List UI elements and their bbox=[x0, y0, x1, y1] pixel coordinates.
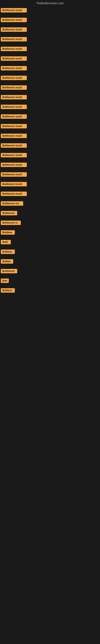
bottleneck-row: Bottl bbox=[1, 238, 100, 246]
site-title: TheBottlenecker.com bbox=[0, 0, 100, 6]
bottleneck-badge[interactable]: Bottleneck res bbox=[1, 201, 23, 206]
bottleneck-badge[interactable]: Bottleneck result bbox=[1, 162, 27, 167]
bottleneck-row: Bottleneck result bbox=[1, 151, 100, 159]
bottleneck-badge[interactable]: Bottleneck result bbox=[1, 143, 27, 148]
bottleneck-badge[interactable]: Bottleneck result bbox=[1, 47, 27, 51]
bottleneck-row: Bottleneck result bbox=[1, 122, 100, 130]
bottleneck-row: Bottleneck result bbox=[1, 6, 100, 14]
small-label: ... bbox=[1, 558, 2, 560]
bottleneck-badge[interactable]: Bottlene bbox=[1, 250, 15, 254]
site-header: TheBottlenecker.com bbox=[0, 0, 100, 6]
bottleneck-row: Bottleneck result bbox=[1, 94, 100, 101]
bottleneck-row: Bottlene bbox=[1, 248, 100, 256]
bottleneck-badge[interactable]: Bottleneck result bbox=[1, 182, 27, 186]
bottleneck-row: Bottlen bbox=[1, 258, 100, 265]
bottleneck-badge[interactable]: Bottleneck result bbox=[1, 114, 27, 119]
bottleneck-badge[interactable]: Bottleneck result bbox=[1, 18, 27, 22]
bottleneck-badge[interactable]: Bottleneck result bbox=[1, 76, 27, 80]
bottleneck-row: Bottleneck re bbox=[1, 219, 100, 226]
bottleneck-row: Bottleneck result bbox=[1, 190, 100, 198]
bottleneck-row: Bottleneck result bbox=[1, 36, 100, 43]
bottleneck-row: Bottleneck result bbox=[1, 16, 100, 24]
bottleneck-badge[interactable]: Bottleneck result bbox=[1, 37, 27, 42]
bottleneck-badge[interactable]: Bottleneck result bbox=[1, 8, 27, 12]
bottleneck-row: Bottleneck result bbox=[1, 161, 100, 169]
bottleneck-badge[interactable]: Bottleneck result bbox=[1, 153, 27, 158]
bottleneck-badge[interactable]: Bottleneck result bbox=[1, 124, 27, 128]
bottleneck-badge[interactable]: Bottleneck result bbox=[1, 172, 27, 177]
bottleneck-row: Bottleneck result bbox=[1, 142, 100, 149]
bottleneck-row: Bottleneck result bbox=[1, 64, 100, 72]
bottleneck-badge[interactable]: Bott bbox=[1, 278, 9, 283]
bottleneck-row: Bott bbox=[1, 277, 100, 284]
bottleneck-badge[interactable]: Bottleneck re bbox=[1, 220, 21, 225]
bottleneck-badge[interactable]: Bottl bbox=[1, 240, 11, 244]
bottleneck-badge[interactable]: Bottleneck result bbox=[1, 85, 27, 90]
bottleneck-badge[interactable]: Bottleneck result bbox=[1, 27, 27, 32]
bottleneck-badge[interactable]: Bottleneck result bbox=[1, 95, 27, 100]
bottleneck-row: Bottleneck result bbox=[1, 55, 100, 62]
items-container: Bottleneck resultBottleneck resultBottle… bbox=[0, 6, 100, 294]
bottleneck-row: Bottleneck result bbox=[1, 26, 100, 34]
bottleneck-badge[interactable]: Bottlen bbox=[1, 259, 13, 264]
bottleneck-badge[interactable]: Bottlene bbox=[1, 288, 15, 292]
bottleneck-row: Bottleneck result bbox=[1, 103, 100, 111]
bottleneck-row: Bottlene bbox=[1, 228, 100, 236]
bottleneck-badge[interactable]: Bottleneck result bbox=[1, 66, 27, 70]
bottleneck-badge[interactable]: Bottlene bbox=[1, 230, 15, 235]
bottleneck-badge[interactable]: Bottleneck bbox=[1, 269, 17, 273]
bottleneck-badge[interactable]: Bottleneck result bbox=[1, 105, 27, 109]
bottleneck-badge[interactable]: Bottleneck result bbox=[1, 56, 27, 61]
bottleneck-row: Bottleneck result bbox=[1, 132, 100, 140]
bottleneck-row: Bottleneck result bbox=[1, 113, 100, 120]
bottleneck-row: Bottlene bbox=[1, 286, 100, 294]
bottleneck-row: Bottleneck res bbox=[1, 200, 100, 207]
bottleneck-row: Bottleneck bbox=[1, 209, 100, 217]
bottleneck-badge[interactable]: Bottleneck result bbox=[1, 134, 27, 138]
bottleneck-row: Bottleneck result bbox=[1, 74, 100, 82]
bottleneck-row: Bottleneck result bbox=[1, 180, 100, 188]
bottleneck-badge[interactable]: Bottleneck result bbox=[1, 192, 27, 196]
bottleneck-row: Bottleneck result bbox=[1, 45, 100, 53]
bottleneck-row: Bottleneck result bbox=[1, 84, 100, 91]
bottleneck-row: Bottleneck result bbox=[1, 171, 100, 178]
bottleneck-row: Bottleneck bbox=[1, 267, 100, 275]
bottleneck-badge[interactable]: Bottleneck bbox=[1, 211, 17, 215]
